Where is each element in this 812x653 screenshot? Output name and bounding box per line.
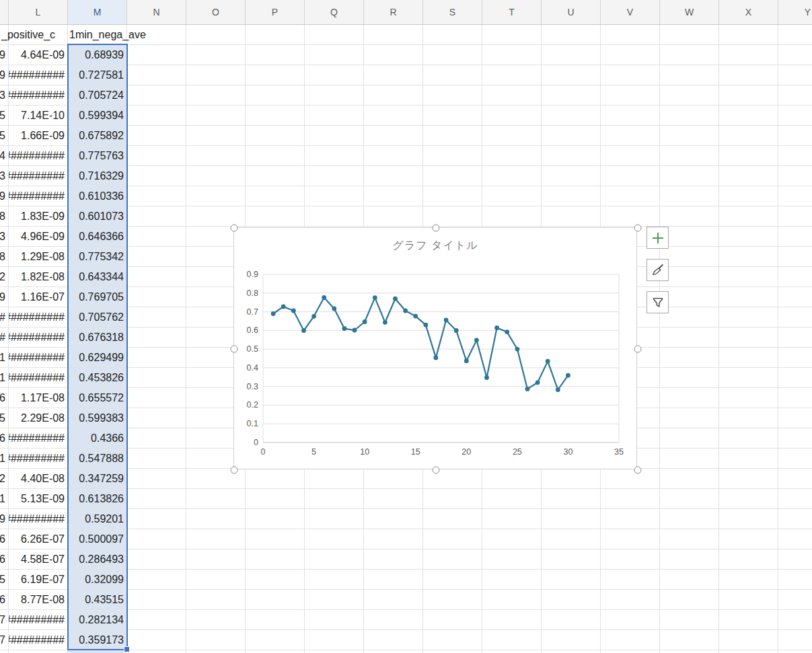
cell-empty[interactable] [305,469,364,489]
cell-empty[interactable] [364,65,423,85]
cell-empty[interactable] [778,489,812,509]
cell-empty[interactable] [719,65,778,85]
cell-empty[interactable] [660,529,719,549]
cell-empty[interactable] [719,106,778,126]
cell-empty[interactable] [364,45,423,65]
cell-l[interactable]: ########## [9,610,68,630]
cell-empty[interactable] [127,469,186,489]
cell-m[interactable]: 0.32099 [68,570,127,590]
column-header-P[interactable]: P [246,0,305,24]
cell-empty[interactable] [186,25,246,45]
chart-resize-handle-se[interactable] [634,467,642,474]
cell-empty[interactable] [364,85,423,106]
cell-l[interactable]: 2.29E-08 [9,408,68,428]
chart-resize-handle-ne[interactable] [634,225,642,232]
cell-empty[interactable] [423,570,482,590]
column-header-R[interactable]: R [364,0,423,24]
cell-k[interactable]: 8 [0,206,9,227]
cell-empty[interactable] [305,186,364,206]
cell-empty[interactable] [542,570,601,590]
cell-empty[interactable] [246,206,305,227]
cell-empty[interactable] [542,489,601,509]
cell-l[interactable]: 7.14E-10 [9,106,68,126]
cell-k[interactable]: 8 [0,247,9,267]
cell-empty[interactable] [719,267,778,287]
cell-empty[interactable] [778,65,812,85]
cell-empty[interactable] [246,590,305,610]
cell-empty[interactable] [127,85,186,106]
cell-empty[interactable] [719,328,778,348]
cell-empty[interactable] [127,428,186,449]
cell-empty[interactable] [660,590,719,610]
cell-empty[interactable] [660,368,719,388]
cell-empty[interactable] [660,25,719,45]
cell-empty[interactable] [719,549,778,570]
cell-empty[interactable] [186,489,246,509]
cell-empty[interactable] [127,630,186,650]
cell-empty[interactable] [482,25,542,45]
cell-empty[interactable] [186,146,246,166]
cell-empty[interactable] [778,287,812,307]
cell-empty[interactable] [542,630,601,650]
cell-empty[interactable] [246,549,305,570]
chart-filters-button[interactable] [647,291,669,313]
cell-empty[interactable] [660,449,719,469]
cell-empty[interactable] [364,146,423,166]
cell-empty[interactable] [364,106,423,126]
cell-empty[interactable] [482,186,542,206]
cell-empty[interactable] [719,45,778,65]
cell-empty[interactable] [423,650,482,653]
cell-empty[interactable] [127,650,186,653]
cell-empty[interactable] [719,469,778,489]
cell-empty[interactable] [482,65,542,85]
cell-k[interactable] [0,650,9,653]
cell-empty[interactable] [601,630,660,650]
cell-l[interactable]: 6.19E-07 [9,570,68,590]
cell-empty[interactable] [542,529,601,549]
cell-m[interactable]: 0.775763 [68,146,127,166]
cell-empty[interactable] [660,469,719,489]
cell-empty[interactable] [719,126,778,146]
cell-empty[interactable] [246,106,305,126]
cell-empty[interactable] [305,65,364,85]
cell-empty[interactable] [482,489,542,509]
cell-empty[interactable] [660,267,719,287]
cell-empty[interactable] [719,287,778,307]
cell-empty[interactable] [482,126,542,146]
cell-empty[interactable] [423,45,482,65]
cell-empty[interactable] [305,529,364,549]
cell-empty[interactable] [660,650,719,653]
cell-empty[interactable] [482,166,542,186]
cell-empty[interactable] [186,45,246,65]
cell-empty[interactable] [246,469,305,489]
cell-k[interactable]: 3 [0,227,9,247]
cell-empty[interactable] [127,146,186,166]
cell-empty[interactable] [127,489,186,509]
cell-l[interactable]: 5.13E-09 [9,489,68,509]
cell-empty[interactable] [127,227,186,247]
cell-empty[interactable] [246,570,305,590]
cell-empty[interactable] [305,570,364,590]
cell-k[interactable]: 3 [0,85,9,106]
cell-empty[interactable] [660,247,719,267]
cell-empty[interactable] [423,630,482,650]
cell-k[interactable]: 1 [0,368,9,388]
cell-l[interactable]: ########## [9,449,68,469]
cell-empty[interactable] [364,206,423,227]
cell-empty[interactable] [542,85,601,106]
cell-empty[interactable] [660,489,719,509]
cell-m[interactable] [68,650,127,653]
cell-empty[interactable] [778,146,812,166]
cell-empty[interactable] [660,408,719,428]
column-header-edge[interactable] [0,0,9,24]
cell-empty[interactable] [778,126,812,146]
cell-k[interactable]: 6 [0,590,9,610]
cell-m[interactable]: 0.629499 [68,348,127,368]
cell-empty[interactable] [719,570,778,590]
cell-empty[interactable] [423,65,482,85]
cell-empty[interactable] [186,630,246,650]
cell-empty[interactable] [127,65,186,85]
cell-empty[interactable] [719,368,778,388]
cell-m[interactable]: 0.43515 [68,590,127,610]
cell-empty[interactable] [423,610,482,630]
